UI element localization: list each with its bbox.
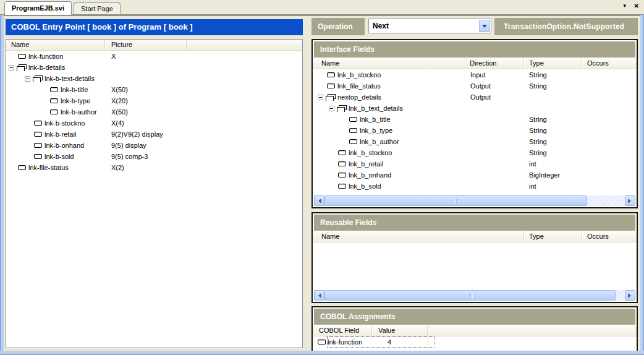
- interface-field-row[interactable]: lnk_b_authorString: [313, 136, 637, 147]
- scrollbar-thumb[interactable]: [324, 195, 587, 206]
- type-cell: String: [524, 149, 582, 156]
- column-header-type[interactable]: Type: [524, 231, 582, 242]
- tree-item-label: lnk_b_author: [360, 138, 399, 145]
- tree-name-cell: lnk_b_title: [313, 116, 465, 123]
- column-header-occurs[interactable]: Occurs: [582, 231, 637, 242]
- scrollbar-track[interactable]: [324, 290, 625, 301]
- column-header-direction[interactable]: Direction: [465, 58, 524, 69]
- chevron-down-icon: [482, 25, 487, 30]
- field-icon: [50, 98, 58, 103]
- field-icon: [338, 184, 346, 189]
- field-icon: [349, 139, 357, 144]
- cobol-assignments-rows: lnk-function 4: [313, 336, 637, 349]
- field-icon: [34, 154, 42, 159]
- type-cell: BigInteger: [524, 171, 582, 179]
- assignment-row[interactable]: lnk-function 4: [313, 337, 434, 347]
- tree-row[interactable]: lnk-b-text-details: [6, 73, 302, 84]
- collapse-minus-icon[interactable]: [9, 65, 14, 71]
- interface-field-row[interactable]: lnk_b_soldint: [313, 181, 637, 192]
- type-cell: String: [524, 138, 582, 145]
- column-header-name[interactable]: Name: [313, 231, 524, 242]
- interface-field-row[interactable]: lnk_b_retailint: [313, 158, 637, 169]
- interface-fields-group: Interface Fields Name Direction Type Occ…: [311, 39, 638, 208]
- column-header-value[interactable]: Value: [372, 325, 428, 336]
- tree-name-cell: nextop_details: [313, 93, 465, 101]
- interface-field-row[interactable]: lnk_b_typeString: [313, 125, 637, 136]
- type-cell: String: [524, 127, 582, 134]
- operation-dropdown-value: Next: [369, 22, 478, 30]
- direction-cell: Input: [465, 71, 524, 79]
- tree-row[interactable]: lnk-functionX: [6, 51, 302, 62]
- column-header-cobol-field[interactable]: COBOL Field: [313, 325, 372, 336]
- tree-item-label: lnk-b-text-details: [44, 75, 95, 82]
- tree-name-cell: lnk_b_stockno: [313, 71, 465, 79]
- interface-field-row[interactable]: nextop_detailsOutput: [313, 92, 637, 103]
- dropdown-button[interactable]: [479, 20, 490, 32]
- tree-row[interactable]: lnk-b-authorX(50): [6, 106, 302, 118]
- collapse-minus-icon[interactable]: [329, 106, 334, 111]
- tree-row[interactable]: lnk-b-sold9(5) comp-3: [6, 151, 302, 162]
- arrow-left-icon: [316, 293, 321, 298]
- picture-cell: X(50): [105, 108, 187, 116]
- group-icon: [337, 105, 346, 112]
- tree-name-cell: lnk-b-sold: [6, 153, 105, 160]
- interface-field-row[interactable]: lnk_b_stocknoInputString: [313, 69, 637, 80]
- column-header-picture[interactable]: Picture: [105, 40, 187, 50]
- collapse-minus-icon[interactable]: [318, 95, 323, 100]
- picture-cell: X(20): [105, 97, 187, 105]
- tree-name-cell: lnk-b-author: [6, 108, 105, 116]
- tree-item-label: lnk_b_stockno: [349, 149, 392, 156]
- tree-row[interactable]: lnk-b-typeX(20): [6, 95, 302, 106]
- tree-item-label: lnk_b_text_details: [349, 105, 403, 112]
- tab-start-page[interactable]: Start Page: [74, 2, 121, 14]
- picture-cell: X: [105, 53, 187, 60]
- window-menu-icon[interactable]: ▼: [622, 2, 627, 11]
- close-icon[interactable]: ✕: [634, 2, 639, 11]
- scrollbar-track[interactable]: [324, 195, 625, 206]
- interface-field-row[interactable]: lnk_b_titleString: [313, 114, 637, 125]
- tree-name-cell: lnk_b_text_details: [313, 105, 465, 112]
- tree-item-label: lnk-b-sold: [44, 153, 74, 160]
- interface-field-row[interactable]: lnk_b_text_details: [313, 103, 637, 114]
- document-tab-strip: ProgramEJB.svi Start Page: [0, 0, 644, 15]
- interface-field-row[interactable]: lnk_b_onhandBigInteger: [313, 169, 637, 181]
- assignment-value[interactable]: 4: [373, 338, 391, 346]
- tree-item-label: lnk-b-author: [61, 108, 97, 116]
- scrollbar-thumb[interactable]: [324, 290, 616, 301]
- tree-name-cell: lnk-b-text-details: [6, 75, 105, 82]
- left-column-header: Name Picture: [6, 40, 302, 51]
- interface-fields-column-header: Name Direction Type Occurs: [313, 58, 637, 69]
- tree-row[interactable]: lnk-b-onhand9(5) display: [6, 140, 302, 151]
- type-cell: String: [524, 116, 582, 123]
- tree-name-cell: lnk-b-onhand: [6, 142, 105, 149]
- cobol-structure-tree: Name Picture lnk-functionXlnk-b-detailsl…: [6, 39, 303, 348]
- interface-field-row[interactable]: lnk_b_stocknoString: [313, 147, 637, 158]
- tree-item-label: lnk_b_onhand: [349, 171, 391, 179]
- field-icon: [50, 87, 58, 92]
- scroll-right-button[interactable]: [625, 290, 635, 301]
- tree-row[interactable]: lnk-b-details: [6, 62, 302, 73]
- column-header-name[interactable]: Name: [6, 40, 105, 50]
- column-header-type[interactable]: Type: [524, 58, 582, 69]
- interface-field-row[interactable]: lnk_file_statusOutputString: [313, 80, 637, 92]
- column-header-filler: [187, 40, 302, 50]
- tree-name-cell: lnk_b_retail: [313, 160, 465, 168]
- tab-programejb-svi[interactable]: ProgramEJB.svi: [4, 1, 72, 15]
- scroll-left-button[interactable]: [314, 290, 324, 301]
- window-frame-bottom: [0, 351, 644, 355]
- tree-name-cell: lnk-b-type: [6, 97, 105, 105]
- collapse-minus-icon[interactable]: [25, 76, 30, 82]
- scroll-right-button[interactable]: [625, 195, 635, 206]
- column-header-name[interactable]: Name: [313, 58, 465, 69]
- operation-dropdown[interactable]: Next: [368, 19, 491, 33]
- tree-row[interactable]: lnk-b-titleX(50): [6, 84, 302, 95]
- tree-row[interactable]: lnk-file-statusX(2): [6, 162, 302, 173]
- tree-item-label: lnk_b_sold: [349, 182, 381, 190]
- tree-row[interactable]: lnk-b-retail9(2)V9(2) display: [6, 129, 302, 140]
- picture-cell: 9(2)V9(2) display: [105, 130, 187, 138]
- selected-cell-focus[interactable]: lnk-function 4: [328, 337, 434, 347]
- scroll-left-button[interactable]: [314, 195, 324, 206]
- operation-label: Operation: [311, 18, 365, 35]
- tree-row[interactable]: lnk-b-stocknoX(4): [6, 118, 302, 129]
- column-header-occurs[interactable]: Occurs: [582, 58, 637, 69]
